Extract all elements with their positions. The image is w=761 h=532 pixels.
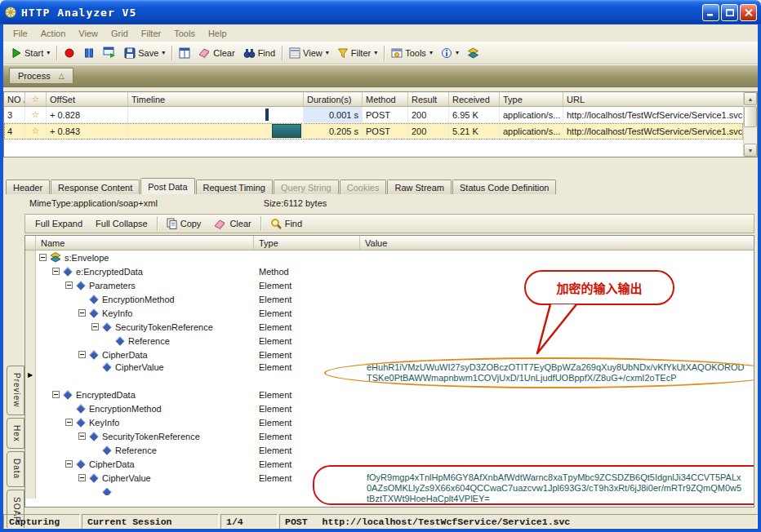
column-star[interactable]: ☆	[25, 92, 47, 107]
chevron-down-icon[interactable]: ▾	[326, 49, 329, 56]
tab-request-timing[interactable]: Request Timing	[196, 180, 273, 194]
column-type[interactable]: Type	[500, 92, 563, 107]
tab-post-data[interactable]: Post Data	[140, 178, 194, 194]
tree-row[interactable]: SecurityTokenReference Element	[25, 320, 754, 334]
element-icon	[102, 322, 111, 331]
app-icon	[4, 6, 17, 19]
tree-row[interactable]: KeyInfo Element	[25, 415, 754, 429]
pause-button[interactable]	[79, 45, 99, 61]
group-process-chip[interactable]: Process △	[9, 68, 73, 84]
request-row[interactable]: 3 ☆ + 0.828 0.001 s POST 200 6.95 K appl…	[4, 107, 743, 123]
collapse-toggle[interactable]	[52, 391, 60, 398]
tree-row-ciphervalue-response[interactable]: CipherValue Element fOyR9mgp4xTnlHpM6GY8…	[25, 471, 754, 485]
clear-button[interactable]: Clear	[207, 216, 257, 232]
column-result[interactable]: Result	[408, 92, 449, 107]
capture-window-button[interactable]	[99, 44, 120, 61]
tab-header[interactable]: Header	[6, 180, 50, 194]
element-icon	[76, 281, 85, 290]
tools-menu-button[interactable]: Tools ▾	[387, 45, 437, 61]
toolbar-separator	[56, 46, 57, 60]
column-value[interactable]: Value	[360, 236, 754, 250]
collapse-toggle[interactable]	[91, 323, 99, 330]
maximize-button[interactable]	[721, 4, 738, 21]
info-menu-button[interactable]: ▾	[437, 45, 463, 61]
save-button[interactable]: Save ▾	[120, 45, 169, 61]
collapse-toggle[interactable]	[65, 282, 73, 289]
find-button[interactable]: Find	[264, 216, 309, 231]
tree-row[interactable]: KeyInfo Element	[25, 306, 754, 320]
view-menu-button[interactable]: View ▾	[285, 45, 333, 61]
column-offset[interactable]: OffSet	[47, 92, 128, 107]
record-button[interactable]	[60, 45, 79, 61]
layers-button[interactable]	[463, 45, 483, 61]
tab-query-string[interactable]: Query String	[274, 180, 339, 194]
menu-grid[interactable]: Grid	[105, 27, 135, 40]
chevron-down-icon[interactable]: ▾	[47, 49, 50, 56]
column-duration[interactable]: Duration(s)	[304, 92, 363, 107]
chevron-down-icon[interactable]: ▾	[162, 49, 165, 56]
collapse-toggle[interactable]	[78, 474, 86, 481]
column-method[interactable]: Method	[363, 92, 408, 107]
tree-row[interactable]: CipherData Element	[25, 348, 754, 361]
panels-button[interactable]	[175, 45, 194, 61]
menu-view[interactable]: View	[72, 27, 105, 40]
column-no[interactable]: NO△	[4, 92, 25, 107]
collapse-toggle[interactable]	[52, 268, 60, 275]
collapse-toggle[interactable]	[65, 419, 73, 426]
side-tab-data[interactable]: Data	[7, 451, 24, 486]
view-icon	[289, 47, 300, 59]
menu-help[interactable]: Help	[202, 27, 234, 40]
tree-row[interactable]: Reference Element	[25, 443, 754, 457]
tab-raw-stream[interactable]: Raw Stream	[387, 180, 452, 194]
tree-row[interactable]: EncryptionMethod Element	[25, 401, 754, 415]
window-title: HTTP Analyzer V5	[21, 7, 701, 19]
scroll-down-icon[interactable]: ▼	[744, 144, 757, 157]
status-position: 1/4	[220, 514, 278, 529]
side-tab-preview[interactable]: Preview	[7, 366, 24, 415]
status-method: POST	[285, 516, 308, 527]
scroll-up-icon[interactable]: ▲	[744, 92, 757, 105]
menu-file[interactable]: File	[7, 27, 34, 40]
chevron-down-icon[interactable]: ▾	[374, 49, 377, 56]
chevron-down-icon[interactable]: ▾	[429, 49, 433, 56]
column-type[interactable]: Type	[254, 236, 360, 250]
menu-action[interactable]: Action	[34, 27, 73, 40]
collapse-toggle[interactable]	[78, 351, 86, 358]
column-url[interactable]: URL	[563, 92, 743, 107]
funnel-icon	[337, 47, 349, 59]
request-row-selected[interactable]: 4 ☆ + 0.843 0.205 s POST 200 5.21 K appl…	[4, 123, 743, 140]
minimize-button[interactable]	[702, 4, 719, 21]
menu-filter[interactable]: Filter	[135, 27, 167, 40]
full-collapse-button[interactable]: Full Collapse	[89, 217, 154, 230]
column-name[interactable]: Name	[36, 236, 254, 250]
side-tab-hex[interactable]: Hex	[7, 418, 24, 450]
tree-row[interactable]: s:Envelope	[25, 250, 754, 264]
collapse-toggle[interactable]	[78, 432, 86, 440]
tab-status-code-definition[interactable]: Status Code Definition	[452, 180, 556, 194]
chevron-down-icon[interactable]: ▾	[456, 49, 459, 56]
start-button[interactable]: Start ▾	[7, 45, 54, 61]
collapse-toggle[interactable]	[65, 460, 73, 468]
grid-scrollbar[interactable]: ▲ ▼	[743, 92, 757, 157]
clear-button[interactable]: Clear	[194, 44, 238, 61]
tree-row[interactable]: CipherData Element	[25, 457, 754, 471]
find-button[interactable]: Find	[239, 45, 279, 61]
tree-row[interactable]: Reference Element	[25, 334, 754, 348]
tab-cookies[interactable]: Cookies	[340, 180, 387, 194]
tree-row-ciphervalue-request[interactable]: ▶ CipherValue Element eHuhR1iVMzUWuWI27s…	[25, 361, 754, 388]
scrollbar-thumb[interactable]	[744, 106, 757, 127]
element-icon	[89, 295, 98, 304]
collapse-toggle[interactable]	[39, 254, 47, 261]
tree-row[interactable]: SecurityTokenReference Element	[25, 429, 754, 443]
collapse-toggle[interactable]	[78, 309, 86, 317]
column-received[interactable]: Received	[449, 92, 500, 107]
copy-button[interactable]: Copy	[160, 216, 208, 231]
tree-row[interactable]: EncryptedData Element	[25, 388, 754, 401]
filter-menu-button[interactable]: Filter ▾	[333, 45, 381, 61]
menu-tools[interactable]: Tools	[167, 27, 202, 40]
tab-response-content[interactable]: Response Content	[51, 180, 140, 194]
close-button[interactable]	[740, 4, 757, 21]
element-icon	[89, 308, 98, 317]
full-expand-button[interactable]: Full Expand	[29, 217, 89, 230]
column-timeline[interactable]: Timeline	[128, 92, 304, 107]
